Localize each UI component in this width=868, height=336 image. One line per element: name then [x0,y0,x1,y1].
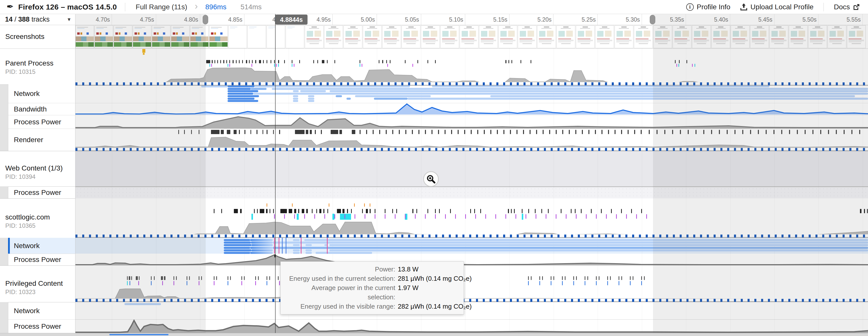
network-request-bar[interactable] [227,98,254,100]
bottom-scroll-strip[interactable] [0,333,868,336]
screenshot-thumbnail[interactable] [498,25,517,48]
network-request-bar[interactable] [224,247,250,249]
track-label-process-power-webcontent[interactable]: Process Power [8,186,75,198]
network-request-bar[interactable] [293,249,300,251]
network-request-bar[interactable] [251,88,267,90]
network-request-bar[interactable] [250,239,273,241]
track-label-privileged-content[interactable]: Privileged Content PID: 10323 [0,265,75,302]
network-request-bar[interactable] [293,100,298,102]
screenshot-thumbnail[interactable] [228,25,247,48]
breadcrumb-selection[interactable]: 896ms [203,2,229,12]
network-request-bar[interactable] [306,252,312,254]
network-request-bar[interactable] [293,239,300,241]
screenshot-thumbnail[interactable] [460,25,478,48]
network-request-bar[interactable] [224,252,250,254]
screenshot-thumbnail[interactable] [267,25,285,48]
network-request-bar[interactable] [374,98,408,100]
ruler-tick-label: 5.10s [421,14,465,25]
network-request-bar[interactable] [251,249,273,251]
zoom-in-button[interactable] [423,171,439,187]
track-label-network-scottlogic-selected[interactable]: Network [8,238,75,254]
screenshot-thumbnail[interactable] [576,25,595,48]
docs-link[interactable]: Docs [831,1,863,12]
timeline-ruler[interactable]: 4.70s4.75s4.80s4.85s4.90s4.95s5.00s5.05s… [75,14,868,25]
screenshot-thumbnail[interactable] [247,25,266,48]
network-request-bar[interactable] [346,98,351,100]
network-request-bar[interactable] [293,90,299,92]
network-request-bar[interactable] [250,247,273,249]
network-request-bar[interactable] [306,244,312,246]
screenshot-thumbnail[interactable] [634,25,653,48]
marker-tick [455,214,456,219]
selection-handle-left[interactable] [203,15,208,24]
marker-tick [246,60,247,63]
marker-tick [416,209,417,213]
tooltip-value: 1.97 W [398,283,418,302]
network-request-bar[interactable] [227,100,258,102]
network-request-bar[interactable] [308,98,314,100]
network-request-bar[interactable] [293,252,300,254]
track-label-screenshots[interactable]: Screenshots [0,25,75,49]
screenshot-thumbnail[interactable] [305,25,323,48]
network-request-bar[interactable] [227,90,258,92]
network-request-bar[interactable] [254,86,410,88]
track-label-web-content[interactable]: Web Content (1/3) PID: 10394 [0,151,75,186]
screenshot-thumbnail[interactable] [363,25,382,48]
track-label-process-power-parent[interactable]: Process Power [8,115,75,129]
track-label-network-parent[interactable]: Network [8,84,75,103]
profile-name-edit-icon[interactable]: ✒ [6,1,14,11]
network-request-bar[interactable] [293,98,298,100]
network-request-bar[interactable] [224,242,251,244]
marker-tick [610,276,611,280]
screenshot-thumbnail[interactable] [382,25,401,48]
track-label-process-power-scottlogic[interactable]: Process Power [8,254,75,265]
network-request-bar[interactable] [306,249,312,251]
selection-handle-right[interactable] [650,15,655,24]
marker-tick [234,130,237,134]
timeline-tracks-area[interactable] [75,25,868,333]
marker-tick [490,130,491,134]
network-request-bar[interactable] [250,252,273,254]
screenshot-thumbnail[interactable] [537,25,556,48]
screenshot-thumbnail[interactable] [440,25,459,48]
network-request-bar[interactable] [293,95,298,97]
network-request-bar[interactable] [224,249,251,251]
track-label-renderer[interactable]: Renderer [8,129,75,151]
network-request-bar[interactable] [251,244,273,246]
network-request-bar[interactable] [308,95,314,97]
screenshot-thumbnail[interactable] [595,25,614,48]
profile-info-button[interactable]: i Profile Info [683,1,734,12]
screenshot-thumbnail[interactable] [209,25,228,48]
screenshot-thumbnail[interactable] [324,25,343,48]
network-request-bar[interactable] [227,88,251,90]
track-label-parent-process[interactable]: Parent Process PID: 10315 [0,49,75,84]
profile-title[interactable]: Firefox 126 – macOS 14.5.0 [18,3,117,11]
network-request-bar[interactable] [316,252,372,254]
network-request-bar[interactable] [355,95,431,97]
track-label-network-privileged[interactable]: Network [8,302,75,320]
network-request-bar[interactable] [251,242,273,244]
screenshot-thumbnail[interactable] [556,25,575,48]
screenshot-thumbnail[interactable] [286,25,304,48]
network-request-bar[interactable] [227,93,253,95]
screenshot-thumbnail[interactable] [343,25,362,48]
track-label-process-power-privileged[interactable]: Process Power [8,320,75,333]
tracks-visibility-dropdown[interactable]: 14 / 388 tracks ▼ [0,14,75,25]
network-request-bar[interactable] [224,239,250,241]
upload-local-profile-button[interactable]: Upload Local Profile [737,1,817,12]
screenshot-thumbnail[interactable] [518,25,536,48]
screenshot-thumbnail[interactable] [402,25,421,48]
network-request-bar[interactable] [227,86,254,88]
network-request-bar[interactable] [227,95,259,97]
network-request-bar[interactable] [300,90,326,92]
network-request-bar[interactable] [293,244,300,246]
track-label-scottlogic[interactable]: scottlogic.com PID: 10365 [0,198,75,238]
screenshot-thumbnail[interactable] [479,25,498,48]
network-request-bar[interactable] [224,244,251,246]
track-label-bandwidth[interactable]: Bandwidth [8,103,75,115]
breadcrumb-full-range[interactable]: Full Range (11s) [133,2,190,12]
screenshot-thumbnail[interactable] [421,25,440,48]
network-request-bar[interactable] [336,95,342,97]
network-request-bar[interactable] [308,100,314,102]
screenshot-thumbnail[interactable] [615,25,633,48]
